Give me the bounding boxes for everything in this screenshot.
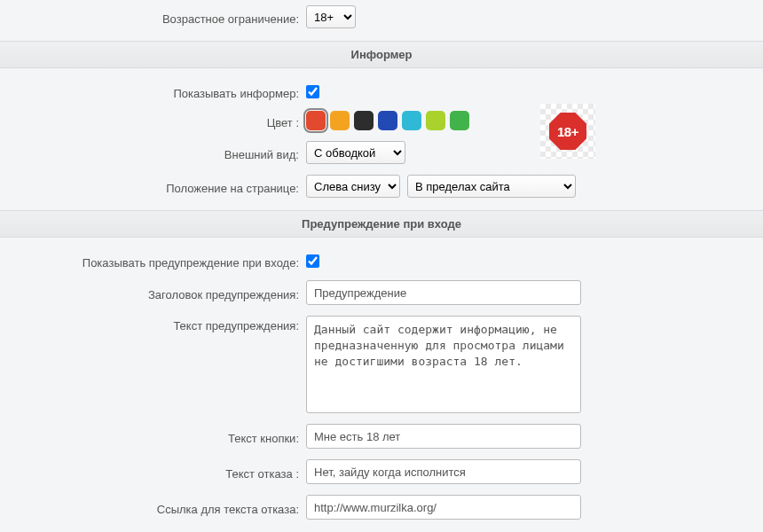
reject-text-input[interactable] <box>306 459 581 484</box>
reject-text-label: Текст отказа : <box>0 464 306 481</box>
color-swatch-orange[interactable] <box>330 111 350 130</box>
position-label: Положение на странице: <box>0 178 306 195</box>
color-swatches <box>306 111 469 130</box>
section-header-warning: Предупреждение при входе <box>0 210 763 238</box>
reject-link-label: Ссылка для текста отказа: <box>0 499 306 516</box>
color-swatch-green[interactable] <box>450 111 469 130</box>
color-swatch-lime[interactable] <box>426 111 445 130</box>
show-warning-checkbox[interactable] <box>306 254 319 268</box>
show-informer-label: Показывать информер: <box>0 83 306 100</box>
color-swatch-blue[interactable] <box>378 111 397 130</box>
button-text-input[interactable] <box>306 424 581 449</box>
show-warning-label: Показывать предупреждение при входе: <box>0 253 306 270</box>
age-restriction-label: Возрастное ограничение: <box>0 9 306 26</box>
warning-title-label: Заголовок предупреждения: <box>0 285 306 301</box>
reject-link-input[interactable] <box>306 495 581 520</box>
warning-title-input[interactable] <box>306 280 581 305</box>
show-informer-checkbox[interactable] <box>306 85 319 98</box>
warning-text-label: Текст предупреждения: <box>0 316 306 332</box>
section-header-informer: Информер <box>0 41 763 68</box>
button-text-label: Текст кнопки: <box>0 428 306 445</box>
appearance-label: Внешний вид: <box>0 145 306 161</box>
color-swatch-red[interactable] <box>306 111 326 130</box>
position-select[interactable]: Слева снизу <box>306 175 400 198</box>
age-restriction-select[interactable]: 18+ <box>306 5 356 28</box>
warning-text-textarea[interactable]: Данный сайт содержит информацию, не пред… <box>306 316 581 413</box>
color-label: Цвет : <box>0 113 306 129</box>
appearance-select[interactable]: С обводкой <box>306 141 405 164</box>
color-swatch-black[interactable] <box>354 111 374 130</box>
color-swatch-cyan[interactable] <box>402 111 421 130</box>
position-scope-select[interactable]: В пределах сайта <box>407 175 576 198</box>
